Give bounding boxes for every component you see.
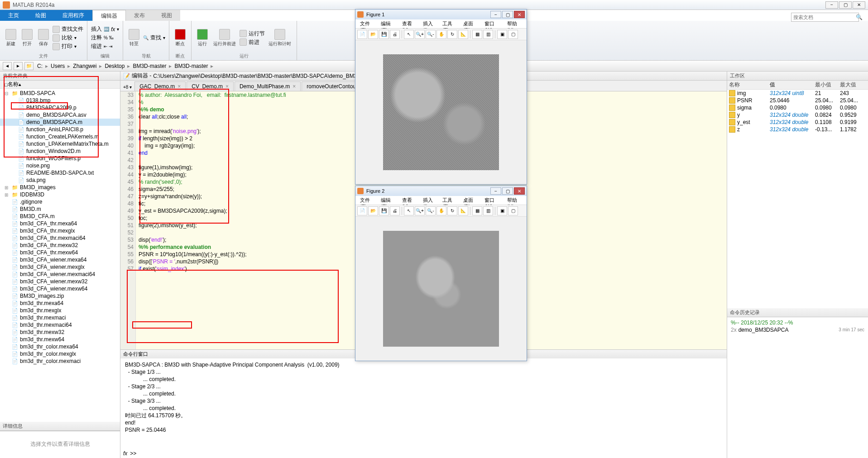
tree-item[interactable]: bm3d_thr.mexmaci bbox=[0, 314, 120, 321]
tree-item[interactable]: bm3d_thr.mexa64 bbox=[0, 300, 120, 307]
workspace-var[interactable]: z312x324 double-0.13...1.1782 bbox=[727, 126, 868, 133]
tree-item[interactable]: BM3D.m bbox=[0, 205, 120, 213]
expand-icon[interactable]: ⊟ bbox=[5, 91, 10, 96]
breadcrumb-seg[interactable]: Users bbox=[49, 62, 67, 70]
tree-item[interactable]: demo_BM3DSAPCA.m bbox=[0, 119, 120, 126]
workspace-var[interactable]: y_est312x324 double0.11080.9199 bbox=[727, 119, 868, 126]
workspace-var[interactable]: y312x324 double0.08240.9529 bbox=[727, 111, 868, 119]
figure-menu-item[interactable]: 帮助(H) bbox=[504, 19, 525, 28]
fig1-min-button[interactable]: − bbox=[490, 11, 501, 18]
tree-item[interactable]: bm3d_thr.mexw64 bbox=[0, 336, 120, 343]
figure-menu-item[interactable]: 编辑(E) bbox=[378, 196, 398, 205]
tree-item[interactable]: bm3d_CFA_wiener.mexmaci64 bbox=[0, 271, 120, 278]
figure-tool-button[interactable]: 📂 bbox=[368, 30, 378, 39]
tree-item[interactable]: function_Window2D.m bbox=[0, 148, 120, 155]
figure-menu-item[interactable]: 文件(F) bbox=[357, 19, 377, 28]
editor-tab[interactable]: GAC_Demo.m× bbox=[134, 81, 186, 91]
up-button[interactable]: 📁 bbox=[24, 62, 34, 70]
figure-tool-button[interactable]: ✋ bbox=[436, 206, 446, 215]
tree-item[interactable]: sda.png bbox=[0, 177, 120, 184]
figure-tool-button[interactable]: ▢ bbox=[508, 206, 518, 215]
figure-menu-item[interactable]: 查看(V) bbox=[399, 19, 420, 28]
figure-tool-button[interactable]: 🖨 bbox=[390, 30, 400, 39]
figure-1-window[interactable]: Figure 1 − ▢ ✕ 文件(F)编辑(E)查看(V)插入(I)工具(T)… bbox=[355, 9, 527, 185]
comment-button[interactable]: 注释 % ‰ bbox=[91, 34, 119, 42]
run-button[interactable]: 运行 bbox=[195, 28, 210, 48]
tree-item[interactable]: ⊟BM3D-SAPCA bbox=[0, 90, 120, 97]
tree-item[interactable]: function_WOSFilters.p bbox=[0, 155, 120, 162]
workspace-var[interactable]: PSNR25.044625.04...25.04... bbox=[727, 97, 868, 104]
tree-item[interactable]: .gitignore bbox=[0, 198, 120, 205]
fig1-close-button[interactable]: ✕ bbox=[514, 11, 525, 18]
figure-menu-item[interactable]: 文件(F) bbox=[357, 196, 377, 205]
breadcrumb-seg[interactable]: Zhangwei bbox=[71, 62, 98, 70]
tree-item[interactable]: bm3d_CFA_wiener.mexglx bbox=[0, 263, 120, 271]
tree-item[interactable]: bm3d_CFA_thr.mexw32 bbox=[0, 242, 120, 249]
figure-tool-button[interactable]: ↖ bbox=[404, 30, 414, 39]
figure-tool-button[interactable]: ↖ bbox=[404, 206, 414, 215]
figure-tool-button[interactable]: 🔍- bbox=[426, 206, 436, 215]
breadcrumb-seg[interactable]: BM3D-master bbox=[131, 62, 168, 70]
advance-button[interactable]: 前进 bbox=[240, 38, 265, 46]
find-files-button[interactable]: 查找文件 bbox=[53, 25, 83, 33]
figure-2-titlebar[interactable]: Figure 2 − ▢ ✕ bbox=[355, 186, 527, 196]
tab-plots[interactable]: 绘图 bbox=[27, 10, 54, 21]
figure-tool-button[interactable]: ▦ bbox=[472, 30, 482, 39]
breadcrumb-seg[interactable]: Desktop bbox=[103, 62, 126, 70]
back-button[interactable]: ◄ bbox=[3, 62, 12, 70]
tree-item[interactable]: 0138.bmp bbox=[0, 97, 120, 104]
run-time-button[interactable]: 运行和计时 bbox=[267, 28, 293, 48]
fig2-min-button[interactable]: − bbox=[490, 187, 501, 195]
close-button[interactable]: ✕ bbox=[853, 1, 865, 9]
tree-item[interactable]: bm3d_thr_color.mexa64 bbox=[0, 343, 120, 350]
tree-item[interactable]: bm3d_thr_color.mexglx bbox=[0, 350, 120, 358]
figure-tool-button[interactable]: ✋ bbox=[436, 30, 446, 39]
expand-icon[interactable]: ⊞ bbox=[5, 185, 10, 190]
tree-item[interactable]: bm3d_CFA_thr.mexmaci64 bbox=[0, 234, 120, 242]
close-icon[interactable]: × bbox=[177, 83, 181, 90]
figure-menu-item[interactable]: 查看(V) bbox=[399, 196, 420, 205]
figure-tool-button[interactable]: 🔍- bbox=[426, 30, 436, 39]
editor-tab[interactable]: Demo_MultiPhase.m× bbox=[235, 81, 301, 91]
tab-editor[interactable]: 编辑器 bbox=[92, 10, 126, 21]
history-entry[interactable]: 2xdemo_BM3DSAPCA3 min 17 sec bbox=[731, 326, 864, 334]
tab-apps[interactable]: 应用程序 bbox=[54, 10, 92, 21]
tree-item[interactable]: ⊞BM3D_images bbox=[0, 184, 120, 191]
history-body[interactable]: %-- 2018/12/25 20:32 --% 2xdemo_BM3DSAPC… bbox=[727, 317, 868, 458]
figure-tool-button[interactable]: ▥ bbox=[483, 206, 493, 215]
figure-tool-button[interactable]: ▣ bbox=[497, 30, 507, 39]
find-button[interactable]: 🔍 查找 ▾ bbox=[143, 34, 165, 42]
figure-tool-button[interactable]: 📂 bbox=[368, 206, 378, 215]
open-button[interactable]: 打开 bbox=[20, 28, 34, 48]
figure-menu-item[interactable]: 桌面(D) bbox=[460, 196, 481, 205]
fig2-close-button[interactable]: ✕ bbox=[514, 187, 525, 195]
maximize-button[interactable]: ▢ bbox=[839, 1, 852, 9]
figure-1-titlebar[interactable]: Figure 1 − ▢ ✕ bbox=[355, 10, 527, 19]
tree-item[interactable]: bm3d_CFA_thr.mexa64 bbox=[0, 220, 120, 227]
workspace-var[interactable]: img312x324 uint821243 bbox=[727, 90, 868, 97]
figure-menu-item[interactable]: 插入(I) bbox=[420, 196, 439, 205]
command-window[interactable]: BM3D-SAPCA : BM3D with Shape-Adaptive Pr… bbox=[120, 358, 727, 449]
tree-item[interactable]: BM3DSAPCA2009.p bbox=[0, 104, 120, 111]
print-button[interactable]: 打印 ▾ bbox=[53, 43, 83, 50]
close-icon[interactable]: × bbox=[293, 83, 296, 90]
figure-tool-button[interactable]: ▦ bbox=[472, 206, 482, 215]
tree-item[interactable]: bm3d_CFA_wiener.mexw32 bbox=[0, 278, 120, 285]
indent-button[interactable]: 缩进 ⇤ ⇥ bbox=[91, 43, 119, 50]
goto-button[interactable]: 转至 bbox=[127, 28, 141, 48]
figure-tool-button[interactable]: 📐 bbox=[458, 206, 468, 215]
workspace-columns[interactable]: 名称 值 最小值 最大值 bbox=[727, 81, 868, 90]
insert-button[interactable]: 插入 🔤 fx ▾ bbox=[91, 25, 119, 33]
figure-menu-item[interactable]: 帮助(H) bbox=[504, 196, 525, 205]
figure-tool-button[interactable]: ↻ bbox=[447, 206, 457, 215]
tab-view[interactable]: 视图 bbox=[153, 10, 180, 21]
fig2-max-button[interactable]: ▢ bbox=[502, 187, 513, 195]
fwd-button[interactable]: ► bbox=[14, 62, 23, 70]
run-advance-button[interactable]: 运行并前进 bbox=[211, 28, 238, 48]
tree-item[interactable]: ⊞IDDBM3D bbox=[0, 191, 120, 198]
tree-item[interactable]: bm3d_thr.mexglx bbox=[0, 307, 120, 314]
tree-item[interactable]: function_AnisLPAICI8.p bbox=[0, 126, 120, 133]
figure-tool-button[interactable]: 📐 bbox=[458, 30, 468, 39]
tree-item[interactable]: demo_BM3DSAPCA.asv bbox=[0, 111, 120, 119]
run-section-button[interactable]: 运行节 bbox=[240, 30, 265, 38]
